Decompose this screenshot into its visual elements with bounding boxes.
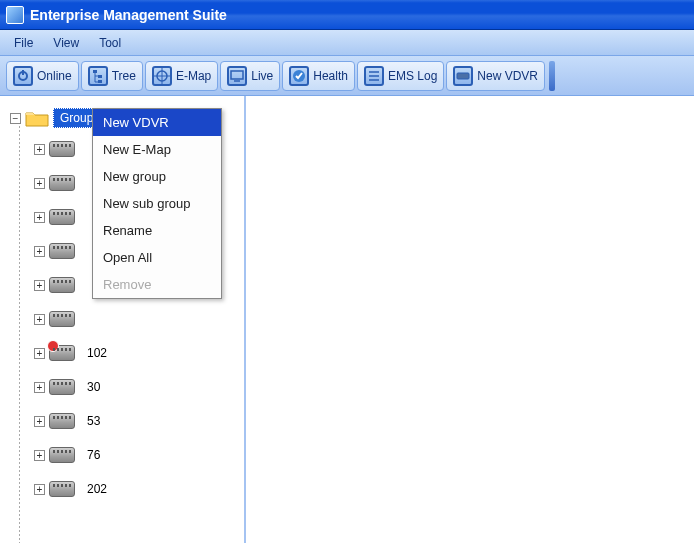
- dvr-icon: [49, 481, 75, 497]
- emap-button[interactable]: E-Map: [145, 61, 218, 91]
- expand-icon[interactable]: +: [34, 178, 45, 189]
- menu-item-view[interactable]: View: [43, 32, 89, 54]
- expand-icon[interactable]: +: [34, 416, 45, 427]
- tree-item-label[interactable]: [81, 317, 93, 321]
- expand-icon[interactable]: +: [34, 246, 45, 257]
- ctx-new-vdvr[interactable]: New VDVR: [93, 109, 221, 136]
- toolbar-separator: [549, 61, 555, 91]
- toolbar-label: Online: [37, 69, 72, 83]
- dvr-icon: [49, 277, 75, 293]
- expand-icon[interactable]: +: [34, 484, 45, 495]
- toolbar: Online Tree E-Map Live Health EMS Log: [0, 56, 694, 96]
- dvr-icon: [49, 141, 75, 157]
- menu-item-file[interactable]: File: [4, 32, 43, 54]
- ctx-remove: Remove: [93, 271, 221, 298]
- tree-item-label[interactable]: 202: [81, 480, 113, 498]
- svg-rect-3: [98, 75, 102, 78]
- dvr-alert-icon: [49, 345, 75, 361]
- svg-rect-8: [231, 71, 243, 79]
- menu-bar: File View Tool: [0, 30, 694, 56]
- health-button[interactable]: Health: [282, 61, 355, 91]
- newvdvr-button[interactable]: New VDVR: [446, 61, 545, 91]
- tree-item[interactable]: +76: [10, 438, 242, 472]
- dvr-icon: [453, 66, 473, 86]
- app-icon: [6, 6, 24, 24]
- toolbar-label: New VDVR: [477, 69, 538, 83]
- svg-point-10: [293, 70, 305, 82]
- ctx-open-all[interactable]: Open All: [93, 244, 221, 271]
- emslog-button[interactable]: EMS Log: [357, 61, 444, 91]
- toolbar-label: E-Map: [176, 69, 211, 83]
- title-bar: Enterprise Management Suite: [0, 0, 694, 30]
- svg-point-0: [19, 72, 27, 80]
- tree-panel: − Group +++++++102+30+53+76+202 New VDVR…: [0, 96, 246, 543]
- svg-rect-4: [98, 80, 102, 83]
- tree-item-label[interactable]: 53: [81, 412, 106, 430]
- toolbar-label: Health: [313, 69, 348, 83]
- tree-item-label[interactable]: 30: [81, 378, 106, 396]
- dvr-icon: [49, 175, 75, 191]
- tree-item-label[interactable]: 76: [81, 446, 106, 464]
- online-button[interactable]: Online: [6, 61, 79, 91]
- ctx-new-sub-group[interactable]: New sub group: [93, 190, 221, 217]
- live-button[interactable]: Live: [220, 61, 280, 91]
- expand-icon[interactable]: +: [34, 144, 45, 155]
- dvr-icon: [49, 243, 75, 259]
- monitor-icon: [227, 66, 247, 86]
- folder-icon: [25, 109, 49, 127]
- toolbar-label: EMS Log: [388, 69, 437, 83]
- toolbar-label: Live: [251, 69, 273, 83]
- app-title: Enterprise Management Suite: [30, 7, 227, 23]
- toolbar-label: Tree: [112, 69, 136, 83]
- expand-icon[interactable]: +: [34, 348, 45, 359]
- tree-item[interactable]: +102: [10, 336, 242, 370]
- dvr-icon: [49, 413, 75, 429]
- power-icon: [13, 66, 33, 86]
- context-menu: New VDVR New E-Map New group New sub gro…: [92, 108, 222, 299]
- dvr-icon: [49, 209, 75, 225]
- tree-item[interactable]: +53: [10, 404, 242, 438]
- tree-icon: [88, 66, 108, 86]
- tree-item[interactable]: +202: [10, 472, 242, 506]
- tree-button[interactable]: Tree: [81, 61, 143, 91]
- content-panel: [246, 96, 694, 543]
- expand-icon[interactable]: +: [34, 450, 45, 461]
- svg-rect-2: [93, 70, 97, 73]
- expand-icon[interactable]: +: [34, 280, 45, 291]
- dvr-icon: [49, 311, 75, 327]
- tree-item[interactable]: +30: [10, 370, 242, 404]
- svg-rect-14: [457, 73, 469, 79]
- target-icon: [152, 66, 172, 86]
- menu-item-tool[interactable]: Tool: [89, 32, 131, 54]
- expand-icon[interactable]: +: [34, 212, 45, 223]
- tree-item-label[interactable]: 102: [81, 344, 113, 362]
- ctx-rename[interactable]: Rename: [93, 217, 221, 244]
- dvr-icon: [49, 379, 75, 395]
- expand-icon[interactable]: +: [34, 314, 45, 325]
- check-icon: [289, 66, 309, 86]
- ctx-new-emap[interactable]: New E-Map: [93, 136, 221, 163]
- tree-item[interactable]: +: [10, 302, 242, 336]
- collapse-icon[interactable]: −: [10, 113, 21, 124]
- log-icon: [364, 66, 384, 86]
- ctx-new-group[interactable]: New group: [93, 163, 221, 190]
- expand-icon[interactable]: +: [34, 382, 45, 393]
- dvr-icon: [49, 447, 75, 463]
